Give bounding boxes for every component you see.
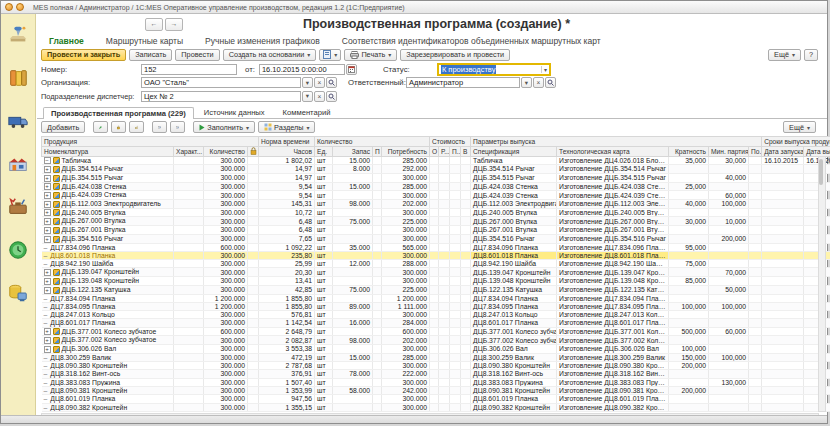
cell-mult[interactable] xyxy=(669,191,709,200)
cell-p1[interactable] xyxy=(373,173,382,182)
cell-d1[interactable] xyxy=(762,208,804,217)
cell-d1[interactable] xyxy=(762,403,804,411)
cell-mult[interactable]: 200,000 xyxy=(669,387,709,395)
cell-p2[interactable] xyxy=(450,260,461,268)
cell-d2[interactable] xyxy=(804,165,830,174)
cell-lock[interactable] xyxy=(248,327,259,336)
table-row[interactable]: +ДЦБ.112.003 Электродвигатель300.000145,… xyxy=(42,200,830,209)
cell-hours[interactable]: 1 802,02 xyxy=(259,156,315,165)
resp-open-icon[interactable] xyxy=(545,77,556,88)
cell-lock[interactable] xyxy=(248,302,259,310)
cell-tech[interactable]: Изготовление ДЦ7.834.096 Планка xyxy=(557,243,669,251)
cell-mult[interactable]: 85,000 xyxy=(669,277,709,286)
cell-stock[interactable]: 98.000 xyxy=(333,336,373,345)
cell-o[interactable] xyxy=(430,362,439,370)
cell-lock[interactable] xyxy=(248,165,259,174)
cell-spec[interactable]: ДЦ8.090.380 Кронштейн xyxy=(471,362,557,370)
cell-o[interactable] xyxy=(430,370,439,378)
cell-ch[interactable] xyxy=(174,173,204,182)
cell-tech[interactable]: Изготовление ДЦБ.377.002 Колесо зубчатое xyxy=(557,336,669,345)
cell-p1[interactable] xyxy=(373,327,382,336)
cell-o[interactable] xyxy=(430,217,439,226)
cell-hours[interactable]: 10,72 xyxy=(259,208,315,217)
cell-unit[interactable]: шт xyxy=(315,403,333,411)
cell-v[interactable] xyxy=(461,182,471,191)
cell-mult[interactable] xyxy=(669,268,709,277)
cell-d1[interactable] xyxy=(762,311,804,319)
cell-d1[interactable] xyxy=(762,191,804,200)
cell-r1[interactable] xyxy=(439,362,450,370)
cell-need[interactable]: 202.000 xyxy=(382,200,430,209)
cell-hours[interactable]: 1 855,80 xyxy=(259,294,315,302)
table-row[interactable]: –ДЦ8.601.019 Планка300.000947,56шт300.00… xyxy=(42,395,830,403)
cell-minb[interactable] xyxy=(709,370,749,378)
cell-d1[interactable] xyxy=(762,370,804,378)
cell-d2[interactable] xyxy=(804,311,830,319)
cell-d1[interactable] xyxy=(762,251,804,259)
cell-minb[interactable] xyxy=(709,395,749,403)
cell-mult[interactable]: 25,000 xyxy=(669,182,709,191)
organization-input[interactable]: ОАО "Сталь" xyxy=(141,77,301,88)
cell-po[interactable] xyxy=(749,208,762,217)
cell-lock[interactable] xyxy=(248,226,259,235)
cell-stock[interactable]: 89.000 xyxy=(333,302,373,310)
cell-qty[interactable]: 300.000 xyxy=(204,251,248,259)
cell-p2[interactable] xyxy=(450,251,461,259)
cell-r1[interactable] xyxy=(439,217,450,226)
cell-p2[interactable] xyxy=(450,353,461,361)
cell-lock[interactable] xyxy=(248,370,259,378)
table-row[interactable]: –ДЦ7.834.096 Планка600.0001 092,22шт35.0… xyxy=(42,243,830,251)
cell-hours[interactable]: 3 553,38 xyxy=(259,345,315,354)
cell-o[interactable] xyxy=(430,302,439,310)
cell-unit[interactable]: шт xyxy=(315,378,333,386)
cell-name[interactable]: –ДЦ8.601.017 Планка xyxy=(42,319,174,327)
cell-tech[interactable]: Изготовление ДЦ8.300.259 Валик xyxy=(557,353,669,361)
cell-p1[interactable] xyxy=(373,311,382,319)
cell-ch[interactable] xyxy=(174,260,204,268)
cell-ch[interactable] xyxy=(174,302,204,310)
column-header-d2[interactable]: Дата выпуска xyxy=(804,146,830,156)
cell-minb[interactable] xyxy=(709,182,749,191)
cell-ch[interactable] xyxy=(174,353,204,361)
lock-icon[interactable] xyxy=(111,121,126,133)
cell-spec[interactable]: ДЦБ.267.000 Втулка xyxy=(471,217,557,226)
cell-p1[interactable] xyxy=(373,370,382,378)
table-row[interactable]: +ДЦБ.424.038 Стенка300.0009,54шт15.00028… xyxy=(42,182,830,191)
cell-r1[interactable] xyxy=(439,173,450,182)
cell-name[interactable]: +ДЦБ.377.002 Колесо зубчатое xyxy=(42,336,174,345)
cell-r1[interactable] xyxy=(439,156,450,165)
cell-po[interactable] xyxy=(749,277,762,286)
cell-need[interactable]: 565.000 xyxy=(382,243,430,251)
table-row[interactable]: +ДЦБ.354.514 Рычаг300.00014,97шт8.000292… xyxy=(42,165,830,174)
cell-p2[interactable] xyxy=(450,217,461,226)
cell-lock[interactable] xyxy=(248,156,259,165)
cell-p2[interactable] xyxy=(450,226,461,235)
cell-spec[interactable]: ДЦБ.354.514 Рычаг xyxy=(471,165,557,174)
cell-v[interactable] xyxy=(461,294,471,302)
collapse-icon[interactable]: − xyxy=(44,157,51,164)
create-based-on-button[interactable]: Создать на основании▾ xyxy=(223,49,317,61)
cell-o[interactable] xyxy=(430,378,439,386)
cell-tech[interactable]: Изготовление ДЦБ.112.003 Электродвигател… xyxy=(557,200,669,209)
cell-unit[interactable]: шт xyxy=(315,226,333,235)
cell-po[interactable] xyxy=(749,319,762,327)
cell-p1[interactable] xyxy=(373,208,382,217)
cell-qty[interactable]: 300.000 xyxy=(204,200,248,209)
expand-icon[interactable]: + xyxy=(44,278,51,285)
cell-minb[interactable]: 200,000 xyxy=(709,234,749,243)
cell-p1[interactable] xyxy=(373,234,382,243)
cell-tech[interactable]: Изготовление ДЦБ.424.038 Стенка xyxy=(557,182,669,191)
table-row[interactable]: –ДЦ7.834.095 Планка1 200.0001 855,80шт89… xyxy=(42,302,830,310)
cell-need[interactable]: 285.000 xyxy=(382,353,430,361)
chevron-down-icon[interactable]: ▾ xyxy=(541,66,547,73)
cell-stock[interactable]: 15.000 xyxy=(333,156,373,165)
cell-po[interactable] xyxy=(749,378,762,386)
cell-p2[interactable] xyxy=(450,378,461,386)
cell-p2[interactable] xyxy=(450,345,461,354)
cell-p1[interactable] xyxy=(373,319,382,327)
vertical-scrollbar[interactable] xyxy=(818,156,826,412)
cell-stock[interactable] xyxy=(333,251,373,259)
cell-r1[interactable] xyxy=(439,378,450,386)
cell-d1[interactable] xyxy=(762,217,804,226)
cell-hours[interactable]: 6,48 xyxy=(259,217,315,226)
